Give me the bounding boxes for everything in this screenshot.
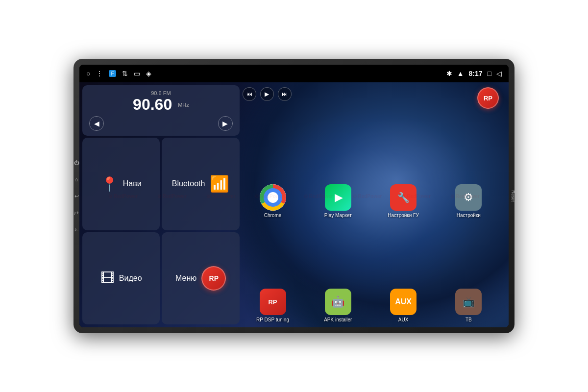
- navi-icon: 📍: [101, 176, 118, 192]
- back-button[interactable]: ↩: [73, 192, 80, 200]
- apps-bottom-row: RP RP DSP tuning 🤖 APK installer AUX: [243, 289, 499, 322]
- navi-tile[interactable]: 📍 Нави: [82, 138, 160, 230]
- tv-app[interactable]: 📺 ТВ: [439, 289, 499, 322]
- bluetooth-status-icon: ✱: [446, 70, 452, 77]
- nav-prev-button[interactable]: ⏮: [243, 87, 256, 101]
- tv-label: ТВ: [466, 317, 472, 322]
- square-outline-icon: □: [488, 70, 491, 77]
- right-panel: ⏮ ▶ ⏭ RP Chrome: [243, 82, 509, 327]
- radio-controls: ◀ ▶: [89, 116, 233, 131]
- apk-installer-label: APK installer: [324, 317, 352, 322]
- video-label: Видео: [119, 274, 142, 283]
- radio-unit: MHz: [178, 102, 189, 108]
- car-settings-icon: 🔧: [390, 184, 416, 211]
- app-grid: 📍 Нави Bluetooth 📶 🎞 Видео: [82, 138, 240, 324]
- radio-frequency-display: 90.60 MHz: [89, 96, 233, 113]
- device-unit: ⏻ ⌂ ↩ ♪+ ♪- Reset ⊙ RedPower ⊙ RedPower …: [74, 59, 514, 333]
- volume-up-button[interactable]: ♪+: [73, 209, 80, 217]
- shield-icon: ◈: [146, 70, 151, 77]
- left-panel: 90.6 FM 90.60 MHz ◀ ▶ 📍 Нави: [79, 82, 243, 327]
- nav-play-button[interactable]: ▶: [260, 87, 274, 101]
- aux-label: AUX: [398, 317, 409, 322]
- volume-down-button[interactable]: ♪-: [73, 225, 80, 233]
- circle-icon: ○: [86, 70, 90, 77]
- aux-icon: AUX: [390, 289, 416, 315]
- back-arrow-icon: ◁: [496, 70, 502, 77]
- radio-next-button[interactable]: ▶: [218, 116, 233, 131]
- side-controls-left: ⏻ ⌂ ↩ ♪+ ♪-: [73, 159, 80, 233]
- play-market-app[interactable]: ▶ Play Маркет: [308, 184, 368, 218]
- rp-dsp-icon: RP: [260, 289, 286, 315]
- status-icons-left: ○ ⋮ F ⇅ ▭ ◈: [86, 70, 151, 77]
- screen: ⊙ RedPower ⊙ RedPower ⊙ RedPower ⊙ RedPo…: [79, 65, 509, 327]
- navi-label: Нави: [123, 179, 142, 188]
- file-manager-icon: F: [109, 70, 116, 77]
- play-market-label: Play Маркет: [324, 213, 352, 218]
- apps-top-row: Chrome ▶ Play Маркет 🔧 Наст: [243, 184, 499, 218]
- settings-label: Настройки: [457, 213, 481, 218]
- home-button[interactable]: ⌂: [73, 175, 80, 183]
- apk-installer-app[interactable]: 🤖 APK installer: [308, 289, 368, 322]
- clock: 8:17: [469, 70, 483, 77]
- video-icon: 🎞: [100, 270, 114, 286]
- chrome-label: Chrome: [264, 213, 282, 218]
- image-icon: ▭: [134, 70, 140, 77]
- power-button[interactable]: ⏻: [73, 159, 80, 167]
- rp-dsp-app[interactable]: RP RP DSP tuning: [243, 289, 303, 322]
- settings-app[interactable]: ⚙ Настройки: [439, 184, 499, 218]
- status-icons-right: ✱ ▲ 8:17 □ ◁: [446, 70, 502, 77]
- bluetooth-label: Bluetooth: [172, 179, 205, 188]
- radio-widget: 90.6 FM 90.60 MHz ◀ ▶: [82, 85, 240, 136]
- car-settings-label: Настройки ГУ: [388, 213, 419, 218]
- rp-logo-top[interactable]: RP: [477, 87, 499, 109]
- nav-media-controls: ⏮ ▶ ⏭: [243, 87, 292, 101]
- main-content: 90.6 FM 90.60 MHz ◀ ▶ 📍 Нави: [79, 82, 509, 327]
- radio-frequency: 90.60: [133, 96, 172, 113]
- wifi-icon: ▲: [457, 70, 464, 77]
- tv-icon: 📺: [455, 289, 482, 315]
- nav-next-button[interactable]: ⏭: [278, 87, 292, 101]
- dots-icon: ⋮: [96, 70, 103, 77]
- apk-installer-icon: 🤖: [325, 289, 351, 315]
- reset-button[interactable]: Reset: [511, 190, 515, 202]
- menu-label: Меню: [175, 274, 196, 283]
- side-controls-right: Reset: [511, 190, 515, 202]
- play-market-icon: ▶: [325, 184, 351, 211]
- bluetooth-icon: 📶: [210, 174, 229, 193]
- chrome-icon: [260, 184, 286, 211]
- rp-logo-menu: RP: [201, 266, 226, 291]
- video-tile[interactable]: 🎞 Видео: [82, 232, 160, 324]
- bluetooth-tile[interactable]: Bluetooth 📶: [162, 138, 239, 230]
- settings-icon: ⚙: [455, 184, 482, 211]
- aux-app[interactable]: AUX AUX: [373, 289, 433, 322]
- car-settings-app[interactable]: 🔧 Настройки ГУ: [373, 184, 433, 218]
- usb-icon: ⇅: [122, 70, 128, 77]
- rp-dsp-label: RP DSP tuning: [256, 317, 289, 322]
- chrome-app[interactable]: Chrome: [243, 184, 303, 218]
- status-bar: ○ ⋮ F ⇅ ▭ ◈ ✱ ▲ 8:17 □ ◁: [79, 65, 509, 82]
- menu-tile[interactable]: Меню RP: [162, 232, 239, 324]
- radio-prev-button[interactable]: ◀: [89, 116, 104, 131]
